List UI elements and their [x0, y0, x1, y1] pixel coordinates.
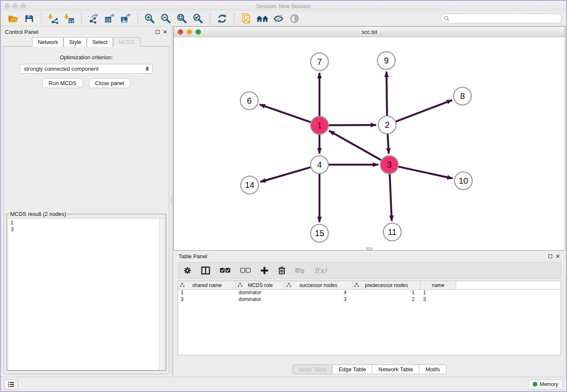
node-10[interactable]: 10 [454, 172, 472, 190]
close-table-panel-icon[interactable]: ✕ [556, 254, 560, 259]
export-image-icon[interactable] [119, 13, 132, 25]
node-6[interactable]: 6 [240, 92, 258, 110]
memory-button[interactable]: Memory [528, 379, 563, 389]
edge-1-2[interactable] [329, 125, 376, 125]
node-15[interactable]: 15 [311, 224, 328, 242]
table-row[interactable]: 1dominator411 [178, 290, 561, 296]
edge-2-3[interactable] [388, 134, 388, 154]
node-label: 15 [315, 229, 324, 238]
duplicate-network-icon[interactable] [240, 13, 253, 25]
search-input[interactable] [451, 16, 558, 22]
main-toolbar [1, 11, 566, 26]
add-row-icon[interactable] [260, 266, 269, 275]
tab-edge-table[interactable]: Edge Table [333, 364, 372, 374]
node-11[interactable]: 11 [383, 223, 401, 241]
zoom-out-icon[interactable] [160, 13, 172, 25]
import-table-icon[interactable] [63, 13, 76, 25]
tab-network-table[interactable]: Network Table [372, 364, 419, 374]
node-9[interactable]: 9 [377, 52, 395, 69]
node-label: 7 [317, 57, 322, 66]
mcds-result-box[interactable]: 13 [8, 218, 165, 370]
cell-shared-name[interactable]: 1 [178, 290, 236, 296]
export-table-icon[interactable] [103, 13, 116, 25]
table-toolbar: f(x) [178, 262, 561, 279]
edge-1-6[interactable] [260, 105, 311, 122]
toolbar-separator [41, 13, 41, 25]
zoom-selected-icon[interactable] [192, 13, 204, 25]
column-header-shared-name[interactable]: shared name [178, 281, 236, 289]
table-panel-title: Table Panel [179, 253, 207, 259]
node-1[interactable]: 1 [311, 116, 328, 134]
save-session-icon[interactable] [23, 13, 36, 25]
zoom-fit-icon[interactable] [176, 13, 188, 25]
deselect-all-icon[interactable] [240, 268, 251, 273]
split-columns-icon[interactable] [201, 266, 210, 275]
table-row[interactable]: 3dominator323 [178, 296, 561, 303]
column-header-predecessor-nodes[interactable]: predecessor nodes [352, 281, 421, 289]
network-view-window: ✕ − + scc.txt 1234678910111415 [173, 26, 565, 251]
cell-name[interactable]: 1 [421, 290, 456, 296]
mcds-result-group: MCDS result (2 nodes) 13 [6, 211, 166, 371]
cell-name[interactable]: 3 [421, 296, 456, 303]
optimization-criterion-select[interactable]: strongly connected component [20, 64, 153, 74]
column-header-MCDS-role[interactable]: MCDS role [236, 281, 285, 289]
task-history-button[interactable] [4, 379, 18, 389]
edge-2-8[interactable] [396, 100, 452, 121]
column-header-name[interactable]: name [421, 281, 456, 289]
network-canvas[interactable]: 1234678910111415 [174, 37, 565, 250]
edge-3-10[interactable] [398, 167, 452, 179]
export-network-icon[interactable] [87, 13, 100, 25]
float-table-panel-icon[interactable] [548, 254, 552, 258]
toggle-visibility-icon[interactable] [272, 13, 285, 25]
node-3[interactable]: 3 [380, 156, 398, 174]
gear-icon[interactable] [183, 266, 192, 275]
cell-predecessor-nodes[interactable]: 2 [352, 296, 421, 303]
horizontal-splitter-grip[interactable] [366, 247, 373, 250]
result-scrollbar[interactable] [159, 218, 165, 370]
close-panel-icon[interactable]: ✕ [163, 29, 168, 35]
edge-3-1[interactable] [329, 131, 381, 160]
table-tabs: Node TableEdge TableNetwork TableMotifs [292, 364, 446, 374]
toolbar-separator [234, 13, 234, 25]
tab-node-table[interactable]: Node Table [292, 364, 333, 374]
delete-row-icon[interactable] [278, 266, 286, 275]
network-maximize-button[interactable]: + [195, 29, 201, 35]
float-panel-icon[interactable] [156, 30, 160, 34]
import-network-icon[interactable] [47, 13, 60, 25]
table-header-row: shared nameMCDS rolesuccessor nodesprede… [178, 281, 561, 290]
open-session-icon[interactable] [7, 13, 19, 25]
tab-network[interactable]: Network [32, 37, 63, 47]
preview-eye-icon[interactable] [288, 13, 301, 25]
toolbar-separator [81, 13, 82, 25]
node-2[interactable]: 2 [378, 116, 396, 134]
select-all-icon[interactable] [220, 268, 231, 273]
edge-2-9[interactable] [386, 72, 387, 116]
tab-mcds[interactable]: MCDS [113, 37, 140, 47]
node-7[interactable]: 7 [311, 53, 328, 71]
node-8[interactable]: 8 [454, 87, 471, 105]
cell-MCDS-role[interactable]: dominator [236, 290, 285, 296]
edge-3-11[interactable] [390, 174, 392, 221]
tab-style[interactable]: Style [63, 37, 87, 47]
network-minimize-button[interactable]: − [187, 29, 192, 35]
node-14[interactable]: 14 [241, 176, 259, 194]
edge-4-14[interactable] [260, 167, 311, 182]
network-close-button[interactable]: ✕ [178, 29, 183, 35]
cell-successor-nodes[interactable]: 4 [285, 290, 352, 296]
cell-shared-name[interactable]: 3 [178, 296, 236, 303]
refresh-layout-icon[interactable] [216, 13, 228, 25]
search-field[interactable] [440, 14, 562, 23]
cell-successor-nodes[interactable]: 3 [285, 296, 352, 303]
column-header-successor-nodes[interactable]: successor nodes [285, 281, 352, 289]
run-mcds-button[interactable]: Run MCDS [42, 78, 83, 88]
node-label: 1 [317, 121, 322, 130]
tab-motifs[interactable]: Motifs [419, 364, 446, 374]
show-all-networks-icon[interactable] [256, 13, 269, 25]
node-4[interactable]: 4 [311, 156, 328, 174]
status-bar: Memory [1, 377, 566, 391]
tab-select[interactable]: Select [87, 37, 113, 47]
cell-MCDS-role[interactable]: dominator [236, 296, 285, 303]
zoom-in-icon[interactable] [143, 13, 156, 25]
close-panel-button[interactable]: Close panel [89, 78, 131, 88]
cell-predecessor-nodes[interactable]: 1 [352, 290, 421, 296]
